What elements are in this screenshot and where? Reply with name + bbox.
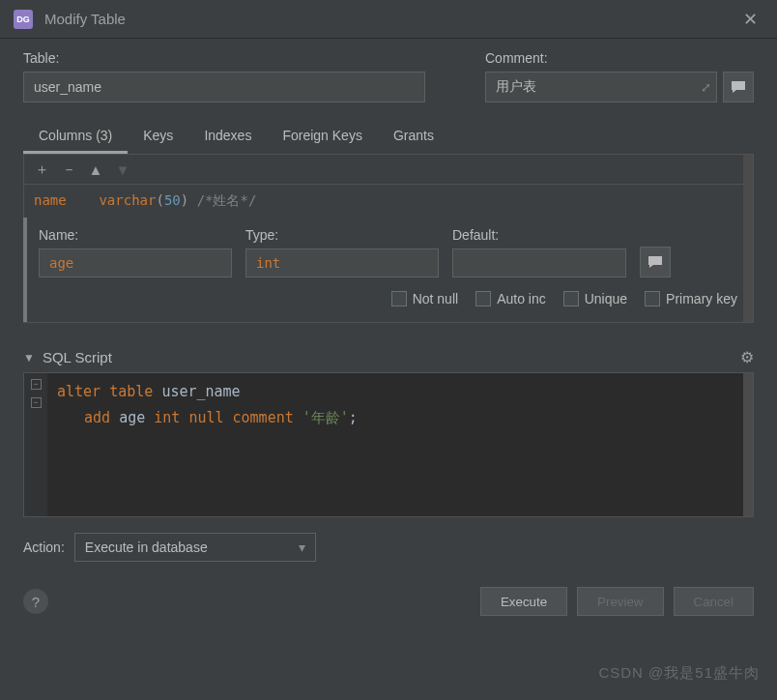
speech-bubble-icon	[648, 255, 663, 269]
sql-code: alter table user_name add age int null c…	[47, 373, 367, 516]
expand-icon[interactable]: ⤢	[701, 80, 711, 95]
column-row-name[interactable]: name varchar(50) /*姓名*/	[24, 185, 753, 218]
app-icon: DG	[14, 10, 33, 29]
watermark: CSDN @我是51盛牛肉	[598, 664, 760, 683]
unique-checkbox[interactable]: Unique	[563, 291, 627, 306]
move-up-button[interactable]: ▲	[84, 159, 107, 180]
speech-bubble-icon	[731, 80, 746, 94]
add-column-button[interactable]: ＋	[30, 159, 53, 180]
close-icon[interactable]: ✕	[737, 5, 763, 34]
scrollbar[interactable]	[743, 155, 753, 322]
tabs: Columns (3) Keys Indexes Foreign Keys Gr…	[23, 120, 754, 155]
tab-foreign-keys[interactable]: Foreign Keys	[267, 120, 377, 154]
col-default-label: Default:	[452, 227, 626, 243]
table-name-input[interactable]	[23, 72, 425, 102]
fold-icon[interactable]: −	[31, 379, 42, 390]
comment-dialog-button[interactable]	[723, 72, 754, 102]
table-label: Table:	[23, 50, 425, 66]
scrollbar[interactable]	[743, 373, 753, 516]
cancel-button[interactable]: Cancel	[674, 587, 755, 616]
preview-button[interactable]: Preview	[577, 587, 663, 616]
columns-panel: ＋ － ▲ ▼ name varchar(50) /*姓名*/ Name: Ty…	[23, 155, 754, 323]
auto-inc-checkbox[interactable]: Auto inc	[475, 291, 546, 306]
col-default-input[interactable]	[452, 248, 626, 277]
remove-column-button[interactable]: －	[57, 159, 80, 180]
default-dialog-button[interactable]	[640, 247, 671, 277]
tab-grants[interactable]: Grants	[378, 120, 449, 154]
gutter: − −	[24, 373, 47, 516]
titlebar: DG Modify Table ✕	[0, 0, 777, 39]
comment-label: Comment:	[485, 50, 754, 66]
sql-editor[interactable]: − − alter table user_name add age int nu…	[23, 372, 754, 517]
window-title: Modify Table	[44, 11, 737, 27]
action-label: Action:	[23, 540, 65, 555]
tab-columns[interactable]: Columns (3)	[23, 120, 128, 154]
fold-icon[interactable]: −	[31, 397, 42, 408]
col-name-label: Name:	[39, 227, 232, 243]
primary-key-checkbox[interactable]: Primary key	[645, 291, 737, 306]
action-select[interactable]: Execute in database ▾	[74, 533, 316, 562]
move-down-button[interactable]: ▼	[111, 159, 134, 180]
chevron-down-icon: ▾	[299, 540, 305, 555]
not-null-checkbox[interactable]: Not null	[391, 291, 458, 306]
execute-button[interactable]: Execute	[480, 587, 567, 616]
col-type-input[interactable]	[245, 248, 439, 277]
tab-keys[interactable]: Keys	[128, 120, 188, 154]
help-button[interactable]: ?	[23, 589, 48, 614]
gear-icon[interactable]: ⚙	[740, 348, 754, 366]
sql-script-title: SQL Script	[43, 349, 740, 365]
column-editor: Name: Type: Default: Not null Auto inc	[23, 218, 753, 322]
col-name-input[interactable]	[39, 248, 232, 277]
chevron-down-icon[interactable]: ▼	[23, 351, 35, 365]
comment-input[interactable]	[485, 72, 717, 102]
tab-indexes[interactable]: Indexes	[188, 120, 267, 154]
col-type-label: Type:	[245, 227, 439, 243]
